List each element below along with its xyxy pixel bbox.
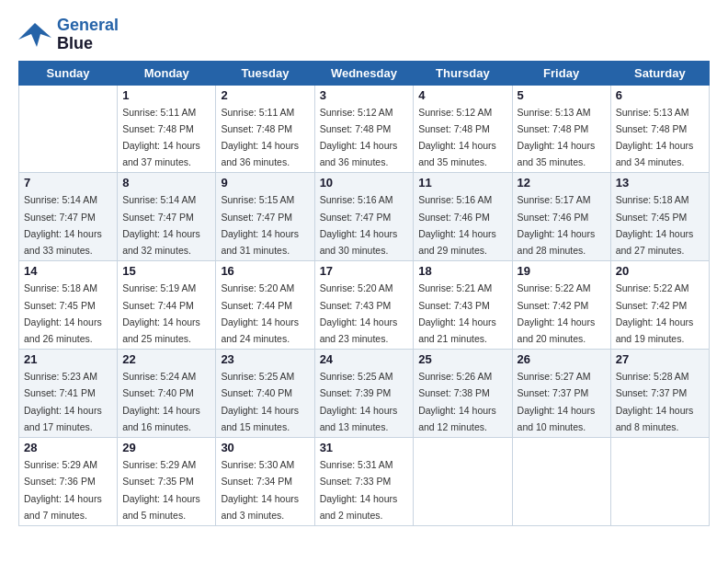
day-info: Sunrise: 5:15 AMSunset: 7:47 PMDaylight:…: [221, 194, 299, 256]
calendar-day-cell: 7Sunrise: 5:14 AMSunset: 7:47 PMDaylight…: [19, 173, 118, 261]
day-number: 19: [518, 264, 606, 278]
day-info: Sunrise: 5:31 AMSunset: 7:33 PMDaylight:…: [320, 459, 398, 521]
day-number: 5: [518, 88, 606, 102]
logo-text: GeneralBlue: [57, 17, 119, 53]
weekday-header-cell: Friday: [512, 61, 610, 85]
calendar-day-cell: [414, 438, 512, 526]
weekday-header-cell: Wednesday: [314, 61, 414, 85]
calendar-day-cell: 16Sunrise: 5:20 AMSunset: 7:44 PMDayligh…: [216, 261, 314, 350]
day-number: 20: [616, 264, 704, 278]
day-number: 10: [320, 176, 409, 190]
calendar-day-cell: 5Sunrise: 5:13 AMSunset: 7:48 PMDaylight…: [512, 85, 610, 173]
calendar-day-cell: 9Sunrise: 5:15 AMSunset: 7:47 PMDaylight…: [216, 173, 314, 261]
calendar-day-cell: 26Sunrise: 5:27 AMSunset: 7:37 PMDayligh…: [512, 350, 610, 438]
day-number: 2: [221, 88, 309, 102]
calendar-day-cell: 31Sunrise: 5:31 AMSunset: 7:33 PMDayligh…: [314, 438, 414, 526]
day-info: Sunrise: 5:11 AMSunset: 7:48 PMDaylight:…: [221, 107, 299, 168]
day-number: 18: [418, 264, 506, 278]
day-number: 11: [418, 176, 506, 190]
page-container: GeneralBlue SundayMondayTuesdayWednesday…: [0, 0, 728, 535]
day-number: 6: [616, 88, 704, 102]
day-info: Sunrise: 5:27 AMSunset: 7:37 PMDaylight:…: [518, 371, 596, 432]
calendar-day-cell: 29Sunrise: 5:29 AMSunset: 7:35 PMDayligh…: [118, 438, 216, 526]
calendar-week-row: 21Sunrise: 5:23 AMSunset: 7:41 PMDayligh…: [19, 350, 710, 438]
header: GeneralBlue: [18, 17, 710, 53]
day-info: Sunrise: 5:29 AMSunset: 7:35 PMDaylight:…: [122, 459, 200, 521]
day-number: 8: [122, 176, 210, 190]
calendar-day-cell: 6Sunrise: 5:13 AMSunset: 7:48 PMDaylight…: [610, 85, 709, 173]
day-info: Sunrise: 5:30 AMSunset: 7:34 PMDaylight:…: [221, 459, 299, 521]
day-number: 3: [320, 88, 409, 102]
calendar-day-cell: [19, 85, 118, 173]
calendar-day-cell: 24Sunrise: 5:25 AMSunset: 7:39 PMDayligh…: [314, 350, 414, 438]
day-info: Sunrise: 5:16 AMSunset: 7:46 PMDaylight:…: [418, 194, 496, 256]
weekday-header-cell: Saturday: [610, 61, 709, 85]
calendar-day-cell: 17Sunrise: 5:20 AMSunset: 7:43 PMDayligh…: [314, 261, 414, 350]
calendar-week-row: 1Sunrise: 5:11 AMSunset: 7:48 PMDaylight…: [19, 85, 710, 173]
calendar-day-cell: 15Sunrise: 5:19 AMSunset: 7:44 PMDayligh…: [118, 261, 216, 350]
calendar-day-cell: 25Sunrise: 5:26 AMSunset: 7:38 PMDayligh…: [414, 350, 512, 438]
calendar-day-cell: 30Sunrise: 5:30 AMSunset: 7:34 PMDayligh…: [216, 438, 314, 526]
day-number: 7: [24, 176, 112, 190]
day-info: Sunrise: 5:22 AMSunset: 7:42 PMDaylight:…: [518, 282, 596, 344]
calendar-week-row: 14Sunrise: 5:18 AMSunset: 7:45 PMDayligh…: [19, 261, 710, 350]
day-info: Sunrise: 5:21 AMSunset: 7:43 PMDaylight:…: [418, 282, 496, 344]
calendar-day-cell: [512, 438, 610, 526]
day-info: Sunrise: 5:12 AMSunset: 7:48 PMDaylight:…: [418, 107, 496, 168]
calendar-day-cell: 11Sunrise: 5:16 AMSunset: 7:46 PMDayligh…: [414, 173, 512, 261]
calendar-day-cell: 20Sunrise: 5:22 AMSunset: 7:42 PMDayligh…: [610, 261, 709, 350]
calendar-week-row: 28Sunrise: 5:29 AMSunset: 7:36 PMDayligh…: [19, 438, 710, 526]
day-info: Sunrise: 5:25 AMSunset: 7:39 PMDaylight:…: [320, 371, 398, 432]
day-info: Sunrise: 5:11 AMSunset: 7:48 PMDaylight:…: [122, 107, 200, 168]
calendar-day-cell: 28Sunrise: 5:29 AMSunset: 7:36 PMDayligh…: [19, 438, 118, 526]
day-number: 13: [616, 176, 704, 190]
calendar-day-cell: 13Sunrise: 5:18 AMSunset: 7:45 PMDayligh…: [610, 173, 709, 261]
day-number: 1: [122, 88, 210, 102]
day-number: 27: [616, 352, 704, 366]
calendar-day-cell: 2Sunrise: 5:11 AMSunset: 7:48 PMDaylight…: [216, 85, 314, 173]
day-info: Sunrise: 5:18 AMSunset: 7:45 PMDaylight:…: [24, 282, 102, 344]
day-info: Sunrise: 5:18 AMSunset: 7:45 PMDaylight:…: [616, 194, 694, 256]
calendar-day-cell: 22Sunrise: 5:24 AMSunset: 7:40 PMDayligh…: [118, 350, 216, 438]
day-info: Sunrise: 5:13 AMSunset: 7:48 PMDaylight:…: [518, 107, 596, 168]
logo: GeneralBlue: [18, 17, 119, 53]
day-number: 31: [320, 441, 409, 454]
day-info: Sunrise: 5:26 AMSunset: 7:38 PMDaylight:…: [418, 371, 496, 432]
day-number: 21: [24, 352, 112, 366]
weekday-header-cell: Thursday: [414, 61, 512, 85]
calendar-day-cell: 8Sunrise: 5:14 AMSunset: 7:47 PMDaylight…: [118, 173, 216, 261]
day-number: 28: [24, 441, 112, 454]
weekday-header-row: SundayMondayTuesdayWednesdayThursdayFrid…: [19, 61, 710, 85]
calendar-day-cell: 1Sunrise: 5:11 AMSunset: 7:48 PMDaylight…: [118, 85, 216, 173]
day-number: 30: [221, 441, 309, 454]
calendar-day-cell: 19Sunrise: 5:22 AMSunset: 7:42 PMDayligh…: [512, 261, 610, 350]
day-info: Sunrise: 5:14 AMSunset: 7:47 PMDaylight:…: [122, 194, 200, 256]
day-info: Sunrise: 5:14 AMSunset: 7:47 PMDaylight:…: [24, 194, 102, 256]
calendar-day-cell: 3Sunrise: 5:12 AMSunset: 7:48 PMDaylight…: [314, 85, 414, 173]
calendar-day-cell: [610, 438, 709, 526]
calendar-day-cell: 21Sunrise: 5:23 AMSunset: 7:41 PMDayligh…: [19, 350, 118, 438]
day-number: 25: [418, 352, 506, 366]
day-number: 22: [122, 352, 210, 366]
day-info: Sunrise: 5:23 AMSunset: 7:41 PMDaylight:…: [24, 371, 102, 432]
calendar-day-cell: 27Sunrise: 5:28 AMSunset: 7:37 PMDayligh…: [610, 350, 709, 438]
calendar-table: SundayMondayTuesdayWednesdayThursdayFrid…: [18, 61, 710, 526]
day-info: Sunrise: 5:19 AMSunset: 7:44 PMDaylight:…: [122, 282, 200, 344]
day-info: Sunrise: 5:13 AMSunset: 7:48 PMDaylight:…: [616, 107, 694, 168]
day-number: 23: [221, 352, 309, 366]
weekday-header-cell: Sunday: [19, 61, 118, 85]
calendar-day-cell: 23Sunrise: 5:25 AMSunset: 7:40 PMDayligh…: [216, 350, 314, 438]
day-info: Sunrise: 5:20 AMSunset: 7:43 PMDaylight:…: [320, 282, 398, 344]
day-info: Sunrise: 5:25 AMSunset: 7:40 PMDaylight:…: [221, 371, 299, 432]
day-number: 4: [418, 88, 506, 102]
day-number: 26: [518, 352, 606, 366]
calendar-week-row: 7Sunrise: 5:14 AMSunset: 7:47 PMDaylight…: [19, 173, 710, 261]
day-info: Sunrise: 5:20 AMSunset: 7:44 PMDaylight:…: [221, 282, 299, 344]
calendar-body: 1Sunrise: 5:11 AMSunset: 7:48 PMDaylight…: [19, 85, 710, 525]
day-info: Sunrise: 5:16 AMSunset: 7:47 PMDaylight:…: [320, 194, 398, 256]
day-number: 9: [221, 176, 309, 190]
calendar-day-cell: 12Sunrise: 5:17 AMSunset: 7:46 PMDayligh…: [512, 173, 610, 261]
weekday-header-cell: Tuesday: [216, 61, 314, 85]
day-number: 24: [320, 352, 409, 366]
day-number: 15: [122, 264, 210, 278]
